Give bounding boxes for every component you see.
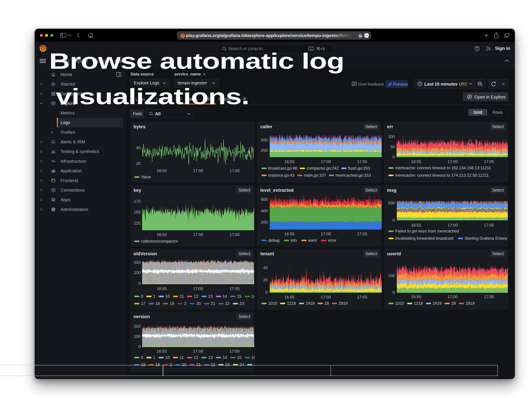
svg-text:k6: k6 [53,152,54,153]
